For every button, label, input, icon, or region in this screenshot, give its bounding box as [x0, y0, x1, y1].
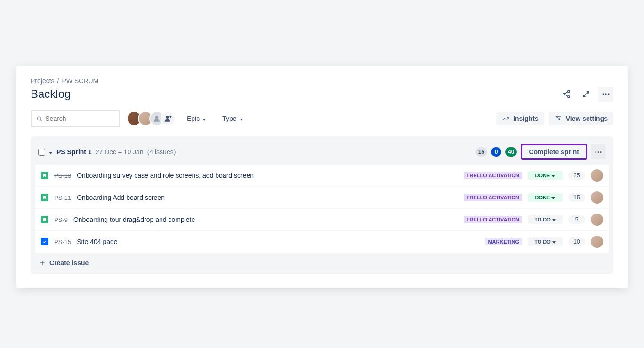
assignee-avatar[interactable] [591, 169, 603, 182]
svg-point-5 [603, 93, 604, 95]
svg-point-11 [166, 116, 169, 119]
assignee-avatar[interactable] [591, 191, 603, 204]
chevron-down-icon [551, 195, 555, 200]
sprint-dates: 27 Dec – 10 Jan [96, 148, 144, 156]
type-filter[interactable]: Type [217, 112, 248, 125]
chevron-down-icon [551, 173, 555, 178]
page-title: Backlog [31, 87, 71, 101]
sprint-more-icon[interactable] [591, 144, 606, 159]
issue-row[interactable]: PS-15 Site 404 page MARKETING TO DO 10 [35, 231, 609, 253]
issue-key[interactable]: PS-13 [54, 172, 71, 179]
issue-title: Onboarding tour drag&drop and complete [73, 216, 458, 223]
add-people-button[interactable] [161, 111, 176, 126]
issue-key[interactable]: PS-11 [54, 194, 71, 201]
assignee-avatar[interactable] [591, 214, 603, 226]
svg-point-17 [558, 119, 560, 120]
chevron-down-icon [202, 115, 206, 122]
avatar-group [127, 111, 176, 126]
status-dropdown[interactable]: TO DO [528, 215, 563, 224]
issue-title: Onboarding Add board screen [77, 194, 458, 201]
sprint-panel: PS Sprint 1 27 Dec – 10 Jan (4 issues) 1… [31, 136, 613, 274]
task-icon [41, 238, 48, 245]
svg-point-18 [595, 151, 596, 153]
header-actions [559, 87, 613, 102]
chevron-down-icon [552, 239, 556, 245]
svg-point-19 [598, 151, 599, 153]
breadcrumb-project[interactable]: PW SCRUM [62, 77, 98, 85]
issue-row[interactable]: PS-9 Onboarding tour drag&drop and compl… [35, 209, 609, 231]
svg-point-1 [563, 93, 565, 95]
story-points: 5 [568, 215, 585, 224]
issue-key[interactable]: PS-9 [54, 216, 68, 223]
breadcrumb: Projects / PW SCRUM [31, 77, 613, 85]
svg-point-2 [568, 96, 570, 98]
count-inprogress: 0 [491, 147, 501, 157]
complete-sprint-button[interactable]: Complete sprint [521, 144, 587, 160]
collapse-sprint-icon[interactable] [49, 148, 53, 156]
status-dropdown[interactable]: TO DO [528, 237, 563, 246]
sprint-name[interactable]: PS Sprint 1 [56, 148, 92, 156]
svg-line-4 [565, 95, 568, 96]
svg-point-10 [155, 116, 159, 119]
issue-list: PS-13 Onboarding survey case and role sc… [35, 165, 609, 253]
story-icon [41, 216, 48, 223]
epic-label[interactable]: TRELLO ACTIVATION [464, 194, 522, 201]
svg-point-0 [568, 90, 570, 92]
svg-point-15 [556, 116, 558, 118]
svg-point-20 [600, 151, 602, 153]
insights-button[interactable]: Insights [496, 112, 544, 125]
sprint-issue-count: (4 issues) [147, 148, 176, 156]
issue-row[interactable]: PS-13 Onboarding survey case and role sc… [35, 165, 609, 187]
issue-row[interactable]: PS-11 Onboarding Add board screen TRELLO… [35, 187, 609, 209]
more-actions-icon[interactable] [598, 87, 613, 102]
epic-label[interactable]: MARKETING [485, 238, 522, 245]
share-icon[interactable] [559, 87, 574, 102]
epic-label[interactable]: TRELLO ACTIVATION [464, 172, 522, 179]
story-points: 10 [568, 237, 585, 246]
view-settings-button[interactable]: View settings [549, 112, 613, 125]
status-dropdown[interactable]: DONE [528, 193, 563, 202]
search-input[interactable] [31, 110, 120, 127]
breadcrumb-root[interactable]: Projects [31, 77, 55, 85]
count-done: 40 [505, 147, 517, 157]
svg-point-7 [608, 93, 609, 95]
epic-filter[interactable]: Epic [182, 112, 211, 125]
create-issue-button[interactable]: Create issue [31, 253, 613, 267]
svg-point-6 [605, 93, 606, 95]
story-icon [41, 194, 48, 201]
story-points: 25 [568, 171, 585, 180]
issue-title: Site 404 page [77, 238, 479, 245]
expand-icon[interactable] [579, 87, 594, 102]
sprint-select-checkbox[interactable] [38, 149, 45, 156]
story-icon [41, 172, 48, 179]
status-dropdown[interactable]: DONE [528, 171, 563, 180]
assignee-avatar[interactable] [591, 236, 603, 248]
issue-key[interactable]: PS-15 [54, 238, 71, 245]
search-field[interactable] [45, 115, 114, 122]
story-points: 15 [568, 193, 585, 202]
chevron-down-icon [552, 217, 556, 222]
chevron-down-icon [240, 115, 243, 122]
svg-line-3 [565, 92, 568, 94]
issue-title: Onboarding survey case and role screens,… [77, 172, 458, 179]
epic-label[interactable]: TRELLO ACTIVATION [464, 216, 522, 223]
svg-line-9 [40, 119, 41, 120]
backlog-page: Projects / PW SCRUM Backlog [16, 66, 628, 288]
svg-point-8 [37, 117, 41, 120]
count-todo: 15 [475, 147, 487, 157]
